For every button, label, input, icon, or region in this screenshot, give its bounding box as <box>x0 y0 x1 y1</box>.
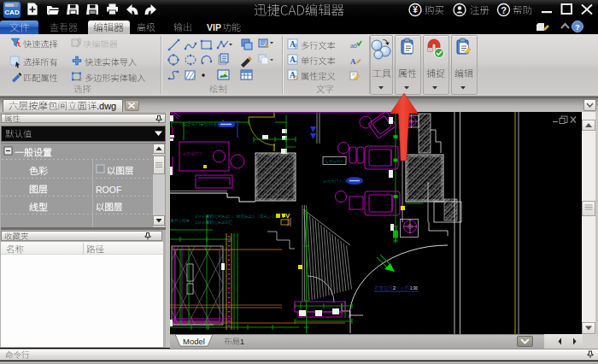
svg-text:A: A <box>290 56 296 64</box>
svg-text:ROOF: ROOF <box>96 185 121 195</box>
svg-text:?: ? <box>501 5 507 15</box>
svg-text:A: A <box>290 71 296 79</box>
svg-text:?: ? <box>575 22 580 32</box>
svg-text:ab: ab <box>350 43 357 49</box>
svg-text:1: 1 <box>240 338 244 346</box>
svg-text:CAD: CAD <box>4 9 20 16</box>
svg-text:A: A <box>350 57 356 66</box>
svg-text:¥: ¥ <box>413 5 418 15</box>
svg-text:.dwg: .dwg <box>97 101 116 111</box>
svg-text:Model: Model <box>183 337 205 346</box>
svg-text:VIP: VIP <box>207 22 221 32</box>
